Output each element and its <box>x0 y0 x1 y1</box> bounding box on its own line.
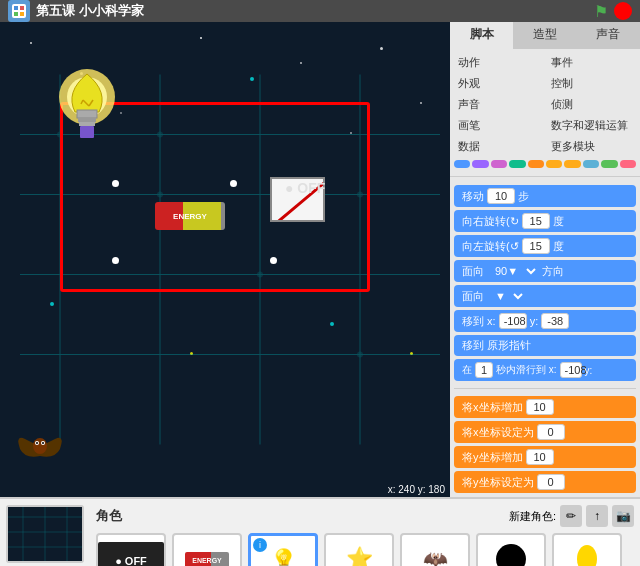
svg-rect-22 <box>78 118 96 122</box>
tab-sound[interactable]: 声音 <box>577 22 640 49</box>
new-sprite-area: 新建角色: ✏ ↑ 📷 <box>509 505 634 527</box>
block-glide[interactable]: 在 1 秒内滑行到 x: -108 y: <box>454 359 636 381</box>
category-events[interactable]: 事件 <box>547 53 636 72</box>
sprite-battery[interactable]: ENERGY <box>155 202 225 230</box>
category-sensing[interactable]: 侦测 <box>547 95 636 114</box>
middle-section: ENERGY ● OFF <box>0 22 640 497</box>
svg-rect-27 <box>80 126 94 138</box>
app-title: 第五课 小小科学家 <box>36 2 588 20</box>
flag-button[interactable]: ⚑ <box>594 2 608 21</box>
coord-display: x: 240 y: 180 <box>388 484 445 495</box>
category-data[interactable]: 数据 <box>454 137 543 156</box>
block-turn-right[interactable]: 向右旋转(↻ 15 度 <box>454 210 636 232</box>
svg-rect-2 <box>20 6 24 10</box>
svg-point-31 <box>36 442 38 444</box>
sprite-info-badge[interactable]: i <box>253 538 267 552</box>
bottom-section: 舞台 2 背景 新建背景 🖌 ↑ 📷 角色 新建角色: ✏ ↑ 📷 <box>0 497 640 566</box>
block-goto-pointer[interactable]: 移到 原形指针 <box>454 335 636 356</box>
right-panel: 脚本 造型 声音 动作 外观 声音 <box>450 22 640 497</box>
svg-rect-23 <box>79 122 95 126</box>
tab-script[interactable]: 脚本 <box>450 22 513 49</box>
off-label: ● OFF <box>285 180 325 196</box>
svg-point-16 <box>357 352 363 358</box>
svg-point-32 <box>42 442 44 444</box>
circuit-dot <box>112 257 119 264</box>
circuit-dot <box>270 257 277 264</box>
block-face-dir[interactable]: 面向 90▼ 方向 <box>454 260 636 282</box>
category-operators[interactable]: 数字和逻辑运算 <box>547 116 636 135</box>
block-turn-left[interactable]: 向左旋转(↺ 15 度 <box>454 235 636 257</box>
face-direction-dropdown[interactable]: 90▼ <box>487 263 539 279</box>
sprites-grid: ● OFF Switch ENERGY Battery i 💡 Bulb <box>96 533 634 566</box>
face-toward-dropdown[interactable]: ▼ <box>487 288 526 304</box>
svg-rect-1 <box>14 6 18 10</box>
category-motion[interactable]: 动作 <box>454 53 543 72</box>
sprite-bat[interactable] <box>15 424 65 467</box>
blocks-panel: 移动 10 步 向右旋转(↻ 15 度 向左旋转(↺ 15 度 <box>450 181 640 497</box>
category-more[interactable]: 更多模块 <box>547 137 636 156</box>
stage-thumbnail[interactable] <box>6 505 84 563</box>
sprite-bulb[interactable] <box>55 62 120 155</box>
svg-point-18 <box>357 192 363 198</box>
stage-area[interactable]: ENERGY ● OFF <box>0 22 450 497</box>
block-set-x-add[interactable]: 将x坐标增加 10 <box>454 396 636 418</box>
new-sprite-label: 新建角色: <box>509 509 556 524</box>
sprite-item-role5[interactable]: 角色5 <box>552 533 622 566</box>
sprite-item-role4[interactable]: 角色4 <box>476 533 546 566</box>
block-goto-xy[interactable]: 移到 x: -108 y: -38 <box>454 310 636 332</box>
circuit-dot <box>112 180 119 187</box>
category-looks[interactable]: 外观 <box>454 74 543 93</box>
svg-point-17 <box>157 132 163 138</box>
block-set-y[interactable]: 将y坐标设定为 0 <box>454 471 636 493</box>
block-move[interactable]: 移动 10 步 <box>454 185 636 207</box>
block-face-toward[interactable]: 面向 ▼ <box>454 285 636 307</box>
categories-panel: 动作 外观 声音 画笔 数据 <box>450 49 640 172</box>
svg-point-28 <box>33 438 47 454</box>
block-set-x[interactable]: 将x坐标设定为 0 <box>454 421 636 443</box>
svg-rect-4 <box>20 12 24 16</box>
sprites-title: 角色 <box>96 507 122 525</box>
top-bar: 第五课 小小科学家 ⚑ <box>0 0 640 22</box>
sprites-header: 角色 新建角色: ✏ ↑ 📷 <box>96 505 634 527</box>
upload-sprite-btn[interactable]: ↑ <box>586 505 608 527</box>
sprite-item-role2[interactable]: ⭐ 角色2 <box>324 533 394 566</box>
sprite-item-bulb[interactable]: i 💡 Bulb <box>248 533 318 566</box>
svg-point-14 <box>157 192 163 198</box>
sprite-item-switch[interactable]: ● OFF Switch <box>96 533 166 566</box>
camera-sprite-btn[interactable]: 📷 <box>612 505 634 527</box>
paint-sprite-btn[interactable]: ✏ <box>560 505 582 527</box>
tab-costume[interactable]: 造型 <box>513 22 576 49</box>
sprites-panel: 角色 新建角色: ✏ ↑ 📷 ● OFF Switch <box>90 499 640 566</box>
svg-rect-21 <box>77 110 97 118</box>
category-sound[interactable]: 声音 <box>454 95 543 114</box>
block-set-y-add[interactable]: 将y坐标增加 10 <box>454 446 636 468</box>
stage-thumb-panel: 舞台 2 背景 新建背景 🖌 ↑ 📷 <box>0 499 90 566</box>
blocks-area: 移动 10 步 向右旋转(↻ 15 度 向左旋转(↺ 15 度 <box>450 181 640 497</box>
svg-rect-3 <box>14 12 18 16</box>
stop-button[interactable] <box>614 2 632 20</box>
sprite-item-role3[interactable]: 🦇 角色3 <box>400 533 470 566</box>
category-pen[interactable]: 画笔 <box>454 116 543 135</box>
category-control[interactable]: 控制 <box>547 74 636 93</box>
logo <box>8 0 30 22</box>
circuit-dot <box>230 180 237 187</box>
sprite-item-battery[interactable]: ENERGY Battery <box>172 533 242 566</box>
panel-tabs: 脚本 造型 声音 <box>450 22 640 49</box>
stage-background: ENERGY ● OFF <box>0 22 450 497</box>
svg-point-15 <box>257 272 263 278</box>
